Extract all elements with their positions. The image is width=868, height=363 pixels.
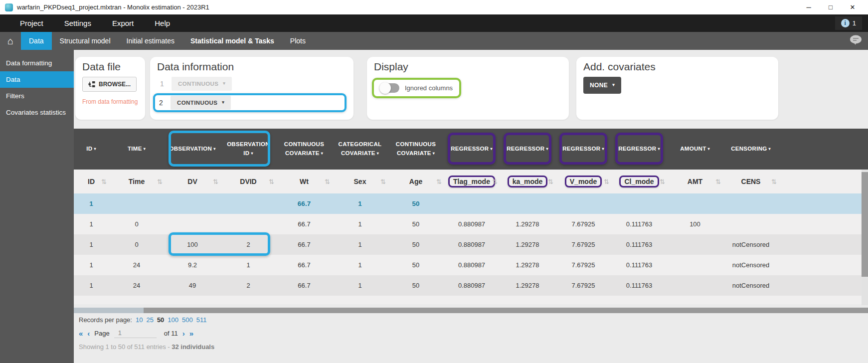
tab-structural-model[interactable]: Structural model xyxy=(52,32,119,50)
tab-initial-estimates[interactable]: Initial estimates xyxy=(119,32,182,50)
col-header-time[interactable]: Time⇅ xyxy=(109,170,165,193)
home-icon[interactable]: ⌂ xyxy=(0,32,21,50)
type-header-regressor-3[interactable]: REGRESSOR▾ xyxy=(555,129,611,170)
table-row[interactable]: 12449266.71500.8809871.292787.679250.111… xyxy=(74,275,868,296)
cell: 1.29278 xyxy=(500,255,555,275)
browse-button[interactable]: BROWSE... xyxy=(82,77,137,92)
table-row[interactable]: 1249.2166.71500.8809871.292787.679250.11… xyxy=(74,255,868,275)
add-covariates-panel: Add. covariates NONE ▾ xyxy=(576,57,778,120)
col-header-age[interactable]: Age⇅ xyxy=(388,170,444,193)
col-header-wt[interactable]: Wt⇅ xyxy=(276,170,332,193)
maximize-icon[interactable]: □ xyxy=(827,3,834,11)
records-option-500[interactable]: 500 xyxy=(182,316,193,324)
from-data-formatting-link[interactable]: From data formatting xyxy=(82,98,138,105)
vertical-scrollbar[interactable] xyxy=(862,170,868,305)
cell: 24 xyxy=(109,255,165,275)
col-header-ka-mode[interactable]: ka_mode⇅ xyxy=(500,170,555,193)
type-header-censoring[interactable]: CENSORING▾ xyxy=(723,129,779,170)
tab-plots[interactable]: Plots xyxy=(282,32,314,50)
menu-export[interactable]: Export xyxy=(112,19,134,27)
menu-help[interactable]: Help xyxy=(155,19,170,27)
col-header-cens[interactable]: CENS⇅ xyxy=(723,170,779,193)
table-row[interactable]: 10100266.71500.8809871.292787.679250.111… xyxy=(74,234,868,255)
type-header-time[interactable]: TIME▾ xyxy=(109,129,165,170)
observation-type-dropdown-1[interactable]: CONTINUOUS ▾ xyxy=(172,77,232,91)
sort-icon[interactable]: ⇅ xyxy=(604,178,609,185)
sidebar-item-data-formatting[interactable]: Data formatting xyxy=(0,55,74,71)
records-option-50[interactable]: 50 xyxy=(157,316,164,324)
table-row-selected[interactable]: 166.7150 xyxy=(74,193,868,214)
menu-project[interactable]: Project xyxy=(20,19,43,27)
col-header-tlag-mode[interactable]: Tlag_mode⇅ xyxy=(444,170,500,193)
col-header-dvid[interactable]: DVID⇅ xyxy=(220,170,276,193)
cell: 100 xyxy=(165,234,220,255)
horizontal-scrollbar-thumb[interactable] xyxy=(144,308,868,313)
tab-statistical-model-tasks[interactable]: Statistical model & Tasks xyxy=(182,32,282,50)
observation-type-dropdown-2[interactable]: CONTINUOUS ▾ xyxy=(171,96,231,110)
col-header-dv[interactable]: DV⇅ xyxy=(165,170,220,193)
vertical-scrollbar-thumb[interactable] xyxy=(862,172,868,277)
sidebar-item-covariates-statistics[interactable]: Covariates statistics xyxy=(0,104,74,121)
cell: 0.111763 xyxy=(611,275,667,296)
sidebar-item-data[interactable]: Data xyxy=(0,71,74,88)
sort-icon[interactable]: ⇅ xyxy=(771,178,777,185)
none-dropdown[interactable]: NONE ▾ xyxy=(583,77,621,94)
type-header-regressor-1[interactable]: REGRESSOR▾ xyxy=(444,129,500,170)
caret-down-icon: ▾ xyxy=(321,151,323,156)
annotation-ka-mode: ka_mode xyxy=(508,176,548,187)
main-content: Data file BROWSE... From data formatting xyxy=(74,50,868,363)
comment-bubble-icon[interactable] xyxy=(850,35,862,47)
info-icon[interactable]: i xyxy=(841,19,850,27)
type-header-amount[interactable]: AMOUNT▾ xyxy=(667,129,723,170)
col-header-sex[interactable]: Sex⇅ xyxy=(332,170,388,193)
sort-icon[interactable]: ⇅ xyxy=(436,178,442,185)
close-icon[interactable]: ✕ xyxy=(849,3,856,11)
col-header-amt[interactable]: AMT⇅ xyxy=(667,170,723,193)
sort-icon[interactable]: ⇅ xyxy=(715,178,721,185)
table-row[interactable]: 1066.71500.8809871.292787.679250.1117631… xyxy=(74,214,868,234)
cell: 1 xyxy=(332,255,388,275)
sort-icon[interactable]: ⇅ xyxy=(101,178,107,185)
sort-icon[interactable]: ⇅ xyxy=(548,178,553,185)
records-option-511[interactable]: 511 xyxy=(196,316,207,324)
minimize-icon[interactable]: ─ xyxy=(805,3,812,11)
page-input[interactable]: 1 xyxy=(114,328,157,338)
records-option-10[interactable]: 10 xyxy=(136,316,143,324)
col-header-v-mode[interactable]: V_mode⇅ xyxy=(555,170,611,193)
sort-icon[interactable]: ⇅ xyxy=(492,178,498,185)
type-header-continuous-covariate-2[interactable]: CONTINUOUS COVARIATE▾ xyxy=(388,129,444,170)
records-option-25[interactable]: 25 xyxy=(146,316,153,324)
sort-icon[interactable]: ⇅ xyxy=(157,178,163,185)
menu-settings[interactable]: Settings xyxy=(64,19,91,27)
col-header-cl-mode[interactable]: Cl_mode⇅ xyxy=(611,170,667,193)
type-header-continuous-covariate-1[interactable]: CONTINUOUS COVARIATE▾ xyxy=(276,129,332,170)
sidebar-item-filters[interactable]: Filters xyxy=(0,88,74,104)
cell: 1 xyxy=(74,255,109,275)
horizontal-scrollbar-track[interactable] xyxy=(74,308,144,313)
sort-icon[interactable]: ⇅ xyxy=(325,178,330,185)
ignored-columns-toggle[interactable] xyxy=(380,83,399,93)
col-header-id[interactable]: ID⇅ xyxy=(74,170,109,193)
data-file-title: Data file xyxy=(82,61,138,73)
type-header-observation[interactable]: OBSERVATION▾ xyxy=(165,129,220,170)
table-footer: Records per page:102550100500511 « ‹ Pag… xyxy=(79,316,214,351)
sort-icon[interactable]: ⇅ xyxy=(269,178,274,185)
previous-page-icon[interactable]: ‹ xyxy=(87,329,90,338)
type-header-id[interactable]: ID▾ xyxy=(74,129,109,170)
sort-icon[interactable]: ⇅ xyxy=(380,178,386,185)
monolix-app-icon xyxy=(5,3,13,11)
type-header-regressor-2[interactable]: REGRESSOR▾ xyxy=(500,129,555,170)
notification-area[interactable]: i 1 xyxy=(835,16,862,30)
records-option-100[interactable]: 100 xyxy=(168,316,178,324)
next-page-icon[interactable]: › xyxy=(182,329,185,338)
type-header-categorical-covariate[interactable]: CATEGORICAL COVARIATE▾ xyxy=(332,129,388,170)
type-header-regressor-4[interactable]: REGRESSOR▾ xyxy=(611,129,667,170)
annotation-v-mode: V_mode xyxy=(565,176,602,187)
sort-icon[interactable]: ⇅ xyxy=(213,178,218,185)
sort-icon[interactable]: ⇅ xyxy=(660,178,665,185)
type-header-observation-id[interactable]: OBSERVATION ID▾ xyxy=(220,129,276,170)
first-page-icon[interactable]: « xyxy=(79,329,83,338)
tab-data[interactable]: Data xyxy=(21,32,52,50)
horizontal-scrollbar[interactable] xyxy=(74,308,868,313)
last-page-icon[interactable]: » xyxy=(189,329,193,338)
